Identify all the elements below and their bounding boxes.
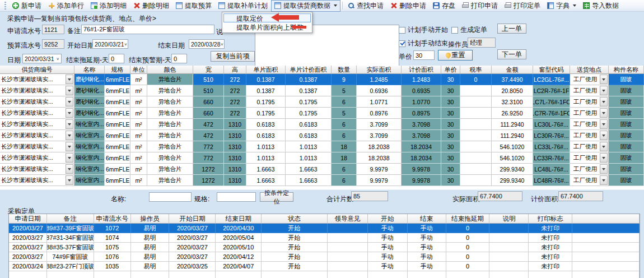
grid-cell[interactable]: 0.1387 — [246, 74, 286, 85]
table-cell[interactable] — [328, 224, 368, 233]
combo-arrow-icon[interactable] — [600, 86, 608, 95]
grid-cell[interactable]: 26.9250 — [492, 108, 533, 119]
combo-arrow-icon[interactable] — [600, 119, 608, 129]
table-cell[interactable]: 1072 — [94, 224, 131, 233]
grid-cell[interactable] — [460, 130, 492, 141]
grid-cell[interactable]: 9 — [332, 74, 357, 85]
combo-arrow-icon[interactable] — [66, 164, 73, 174]
grid-cell[interactable]: 660 — [193, 108, 224, 119]
column-header[interactable]: 说明 — [489, 214, 529, 224]
grid-cell[interactable]: 30 — [441, 85, 460, 96]
grid-cell[interactable]: 6mmFLE... — [105, 85, 130, 96]
checkbox-checked-icon[interactable] — [399, 40, 405, 47]
grid-cell[interactable]: 299.9340 — [492, 175, 533, 186]
combo-arrow-icon[interactable] — [600, 153, 608, 163]
grid-cell[interactable]: 9.9979 — [357, 164, 402, 175]
table-cell[interactable]: 2020/03/27 — [169, 224, 216, 233]
grid-cell[interactable]: 6mmFLE... — [105, 175, 130, 186]
combo-arrow-icon[interactable] — [66, 175, 73, 185]
manual-end-checkbox[interactable]: 计划手动结束 — [399, 39, 448, 48]
column-header[interactable]: 名称 — [74, 66, 105, 74]
combo-arrow-icon[interactable] — [66, 97, 73, 106]
grid-cell[interactable]: 长沙市潇湘玻璃实... — [0, 152, 74, 164]
grid-cell[interactable]: 3.7099 — [357, 130, 402, 141]
grid-cell[interactable]: 钢化室内... — [74, 119, 105, 130]
column-header[interactable]: 高 — [224, 66, 246, 74]
table-cell[interactable]: 2020/04/07 — [216, 262, 262, 271]
end-warn-field[interactable] — [171, 54, 187, 63]
table-row[interactable]: 2020/03/2788#35-37F窗固玻1075易明2020/03/2720… — [9, 243, 640, 252]
table-cell[interactable] — [489, 262, 529, 271]
table-cell[interactable]: 开始 — [262, 233, 328, 243]
find-request-button[interactable]: 查找申请 — [344, 0, 387, 12]
grid-cell[interactable]: 1.0771 — [357, 96, 402, 108]
grid-cell[interactable]: 1272 — [193, 175, 224, 186]
grid-cell[interactable]: 0.1795 — [286, 108, 332, 119]
grid-cell[interactable]: 30 — [441, 119, 460, 130]
grid-cell[interactable]: 异地合片 — [147, 141, 193, 152]
table-cell[interactable]: 未打印 — [529, 252, 572, 262]
grid-cell[interactable] — [460, 85, 492, 96]
grid-row[interactable]: 长沙市潇湘玻璃实...钢化室内...6mmFLE...m²异地合片1272131… — [0, 175, 644, 186]
grid-cell[interactable]: 30 — [441, 96, 460, 108]
table-cell[interactable] — [572, 262, 640, 271]
table-cell[interactable]: 未打印 — [529, 233, 572, 243]
grid-cell[interactable]: 工厂使用 — [570, 85, 609, 96]
grid-cell[interactable]: 钢化室内... — [74, 175, 105, 186]
table-cell[interactable]: 2020/03/25 — [169, 262, 216, 271]
grid-cell[interactable]: 6mmFLE... — [105, 141, 130, 152]
grid-row[interactable]: 长沙市潇湘玻璃实...钢化室内...6mmFLE...m²异地合片1272131… — [0, 164, 644, 175]
grid-cell[interactable]: m² — [130, 130, 147, 141]
grid-cell[interactable]: 1310 — [224, 130, 246, 141]
table-cell[interactable]: 开始 — [262, 252, 328, 262]
table-cell[interactable]: 开始 — [262, 243, 328, 252]
table-cell[interactable] — [489, 252, 529, 262]
combo-arrow-icon[interactable] — [600, 175, 608, 185]
grid-cell[interactable]: 异地合片 — [147, 108, 193, 119]
next-order-button[interactable]: 下一单 — [497, 49, 526, 59]
grid-cell[interactable]: m² — [130, 96, 147, 108]
grid-cell[interactable]: 6mmFLE... — [105, 130, 130, 141]
column-header[interactable]: 单价 — [441, 66, 460, 74]
grid-cell[interactable]: 0.1795 — [246, 108, 286, 119]
table-cell[interactable] — [328, 243, 368, 252]
grid-row[interactable]: 长沙市潇湘玻璃实...钢化室内...6mmFLE...m²异地合片7721310… — [0, 141, 644, 152]
grid-row[interactable]: 长沙市潇湘玻璃实...磨砂钢化...6mmFLE...m²异地合片6602720… — [0, 96, 644, 108]
grid-cell[interactable]: 272 — [224, 85, 246, 96]
chevron-down-icon[interactable]: ∨ — [56, 57, 59, 61]
grid-cell[interactable]: 1310 — [224, 141, 246, 152]
grid-cell[interactable]: 6mmFLE... — [105, 96, 130, 108]
table-cell[interactable]: 1074 — [94, 233, 131, 243]
grid-cell[interactable]: 299.9340 — [492, 164, 533, 175]
grid-cell[interactable]: 0.6936 — [357, 85, 402, 96]
table-cell[interactable] — [328, 262, 368, 271]
grid-cell[interactable]: 6mmFLE... — [105, 108, 130, 119]
table-cell[interactable]: 开始 — [262, 262, 328, 271]
delete-detail-button[interactable]: 删除明细 — [130, 0, 172, 12]
grid-cell[interactable]: LC2GL-76#... — [533, 74, 570, 85]
grid-cell[interactable]: 272 — [224, 74, 246, 85]
column-header[interactable]: 打印标志 — [529, 214, 572, 224]
table-cell[interactable]: 易明 — [131, 224, 170, 233]
grid-cell[interactable]: 30 — [441, 164, 460, 175]
table-cell[interactable]: 手动 — [368, 233, 408, 243]
grid-cell[interactable]: 3.7099 — [357, 119, 402, 130]
request-no-field[interactable] — [42, 25, 64, 34]
add-row-button[interactable]: 添加单行 — [45, 0, 87, 12]
table-cell[interactable]: 手动 — [408, 224, 446, 233]
combo-arrow-icon[interactable] — [66, 119, 73, 129]
grid-cell[interactable]: 磨砂钢化... — [74, 96, 105, 108]
grid-cell[interactable]: 1.6663 — [286, 164, 332, 175]
table-cell[interactable]: 易明 — [131, 262, 170, 271]
end-date-picker[interactable]: 2020/03/28∨ — [189, 39, 225, 49]
grid-cell[interactable]: 3.7098 — [402, 119, 441, 130]
grid-cell[interactable]: m² — [130, 164, 147, 175]
end-delay-field[interactable] — [109, 54, 124, 63]
column-header[interactable] — [572, 214, 640, 224]
actual-area-field[interactable] — [478, 191, 522, 201]
grid-cell[interactable]: m² — [130, 175, 147, 186]
generate-order-checkbox[interactable]: 生成定单 — [451, 25, 487, 35]
grid-cell[interactable]: 472 — [193, 119, 224, 130]
grid-cell[interactable]: 20.8050 — [492, 85, 533, 96]
grid-cell[interactable]: 1.0113 — [286, 141, 332, 152]
